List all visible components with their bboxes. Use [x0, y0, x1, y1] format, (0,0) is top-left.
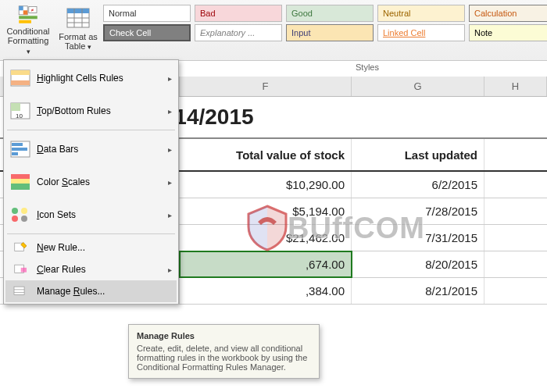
- tooltip-title: Manage Rules: [137, 331, 311, 340]
- format-as-table-button[interactable]: Format as Table: [53, 2, 103, 60]
- svg-text:≠: ≠: [31, 7, 34, 12]
- tooltip-body: Create, edit, delete, and view all condi…: [137, 344, 311, 372]
- style-note[interactable]: Note: [469, 24, 547, 41]
- menu-color-scales[interactable]: Color Scales: [5, 166, 177, 198]
- svg-rect-25: [11, 184, 30, 190]
- col-header-f[interactable]: F: [180, 77, 352, 96]
- menu-label: New Rule...: [37, 242, 172, 253]
- clear-rules-icon: [10, 263, 30, 276]
- menu-separator: [7, 233, 175, 234]
- menu-top-bottom-rules[interactable]: 10 Top/Bottom Rules: [5, 94, 177, 127]
- menu-label: Highlight Cells Rules: [37, 73, 163, 84]
- ribbon-toolbar: ≠ Conditional Formatting Format as Table…: [0, 0, 547, 61]
- menu-label: Icon Sets: [37, 209, 163, 220]
- conditional-formatting-icon: ≠: [16, 5, 41, 25]
- svg-rect-1: [19, 6, 23, 10]
- menu-label: Color Scales: [37, 176, 163, 187]
- style-input[interactable]: Input: [286, 24, 374, 41]
- cell-f4-selected[interactable]: ,674.00: [180, 251, 352, 277]
- style-bad[interactable]: Bad: [195, 5, 282, 22]
- svg-rect-33: [14, 287, 24, 294]
- menu-data-bars[interactable]: Data Bars: [5, 133, 177, 166]
- svg-rect-5: [19, 16, 38, 19]
- svg-rect-8: [67, 9, 89, 13]
- svg-point-29: [21, 216, 27, 222]
- menu-label: Manage Rules...: [37, 286, 172, 297]
- svg-rect-22: [12, 152, 18, 155]
- cell-f2[interactable]: $5,194.00: [180, 198, 352, 224]
- cell-g5[interactable]: 8/21/2015: [352, 278, 484, 304]
- menu-highlight-cells-rules[interactable]: Highlight Cells Rules: [5, 62, 177, 94]
- color-scales-icon: [10, 173, 30, 191]
- conditional-formatting-label: Conditional Formatting: [6, 27, 49, 56]
- cell-g1[interactable]: 6/2/2015: [352, 172, 484, 198]
- style-calculation[interactable]: Calculation: [469, 5, 547, 22]
- format-as-table-icon: [66, 5, 91, 30]
- cell-f3[interactable]: $21,462.00: [180, 225, 352, 251]
- manage-rules-tooltip: Manage Rules Create, edit, delete, and v…: [128, 324, 320, 379]
- header-total-value[interactable]: Total value of stock: [180, 139, 352, 170]
- svg-rect-24: [11, 179, 30, 184]
- cell-f5[interactable]: ,384.00: [180, 278, 352, 304]
- menu-label: Clear Rules: [37, 264, 163, 275]
- cell-styles-gallery: Normal Bad Good Neutral Calculation Chec…: [103, 2, 547, 60]
- svg-point-27: [21, 208, 27, 214]
- new-rule-icon: [10, 241, 30, 254]
- conditional-formatting-menu: Highlight Cells Rules 10 Top/Bottom Rule…: [3, 59, 179, 305]
- svg-rect-15: [11, 80, 30, 85]
- svg-rect-32: [21, 268, 27, 273]
- menu-icon-sets[interactable]: Icon Sets: [5, 198, 177, 231]
- svg-rect-21: [12, 148, 27, 151]
- style-linked-cell[interactable]: Linked Cell: [377, 24, 465, 41]
- cell-g4[interactable]: 8/20/2015: [352, 251, 484, 277]
- menu-label: Data Bars: [37, 144, 163, 155]
- menu-separator: [7, 130, 175, 130]
- menu-new-rule[interactable]: New Rule...: [5, 237, 177, 258]
- top-bottom-icon: 10: [10, 102, 30, 119]
- svg-rect-14: [11, 70, 30, 75]
- style-normal[interactable]: Normal: [103, 5, 191, 22]
- style-explanatory[interactable]: Explanatory ...: [195, 24, 282, 41]
- style-good[interactable]: Good: [286, 5, 374, 22]
- svg-point-28: [12, 216, 18, 222]
- cell-f1[interactable]: $10,290.00: [180, 172, 352, 198]
- svg-rect-2: [23, 10, 27, 14]
- svg-rect-23: [11, 174, 30, 179]
- menu-manage-rules[interactable]: Manage Rules...: [5, 280, 177, 302]
- manage-rules-icon: [10, 285, 30, 298]
- icon-sets-icon: [10, 206, 30, 223]
- style-check-cell[interactable]: Check Cell: [103, 24, 191, 41]
- conditional-formatting-button[interactable]: ≠ Conditional Formatting: [3, 2, 53, 60]
- svg-rect-6: [19, 20, 31, 23]
- cell-g2[interactable]: 7/28/2015: [352, 198, 484, 224]
- svg-rect-17: [11, 103, 20, 111]
- format-as-table-label: Format as Table: [59, 32, 98, 52]
- cell-g3[interactable]: 7/31/2015: [352, 225, 484, 251]
- col-header-g[interactable]: G: [352, 77, 484, 96]
- svg-point-26: [12, 208, 18, 214]
- svg-text:10: 10: [16, 112, 23, 119]
- col-header-h[interactable]: H: [484, 77, 547, 96]
- menu-clear-rules[interactable]: Clear Rules: [5, 258, 177, 280]
- highlight-cells-icon: [10, 69, 30, 87]
- header-last-updated[interactable]: Last updated: [352, 139, 484, 170]
- styles-group-label: Styles: [195, 62, 539, 73]
- svg-rect-20: [12, 143, 23, 146]
- style-neutral[interactable]: Neutral: [377, 5, 465, 22]
- data-bars-icon: [10, 141, 30, 158]
- menu-label: Top/Bottom Rules: [37, 105, 163, 116]
